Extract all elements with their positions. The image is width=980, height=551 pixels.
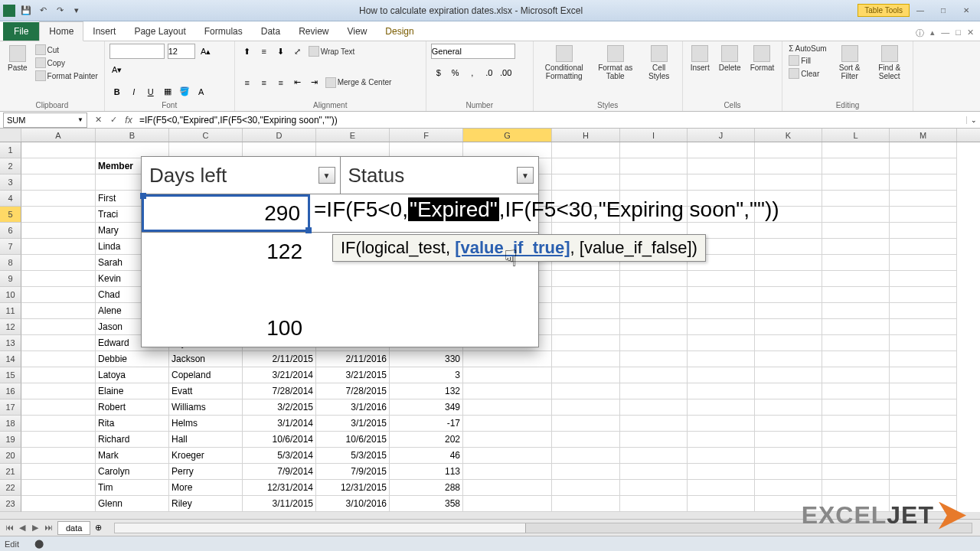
- row-header[interactable]: 2: [0, 158, 21, 174]
- cell[interactable]: [21, 303, 96, 319]
- row-header[interactable]: 12: [0, 319, 21, 335]
- cell[interactable]: [755, 271, 822, 287]
- cell[interactable]: 3/1/2016: [316, 399, 390, 416]
- cell[interactable]: [463, 464, 552, 480]
- cell[interactable]: [755, 142, 822, 158]
- tab-formulas[interactable]: Formulas: [195, 22, 252, 41]
- cell[interactable]: 3/10/2016: [316, 496, 390, 512]
- cell[interactable]: [463, 399, 552, 416]
- cell[interactable]: [688, 464, 755, 480]
- ribbon-help-icon[interactable]: ⓘ: [914, 26, 926, 41]
- macro-record-icon[interactable]: ⬤: [34, 539, 44, 549]
- cell[interactable]: [463, 383, 552, 399]
- cell[interactable]: [688, 158, 755, 174]
- cell[interactable]: [21, 399, 96, 416]
- cell[interactable]: [755, 432, 822, 448]
- cell[interactable]: [755, 383, 822, 399]
- cell[interactable]: Richard: [96, 432, 169, 448]
- cell[interactable]: [620, 416, 688, 432]
- cell[interactable]: [822, 399, 890, 416]
- row-header[interactable]: 21: [0, 464, 21, 480]
- col-header[interactable]: E: [316, 129, 390, 142]
- cell[interactable]: [890, 271, 957, 287]
- select-all-corner[interactable]: [0, 129, 21, 142]
- cell[interactable]: [21, 223, 96, 239]
- sheet-nav-last-icon[interactable]: ⏭: [42, 523, 54, 533]
- cell[interactable]: [890, 399, 957, 416]
- cell[interactable]: Latoya: [96, 367, 169, 383]
- row-header[interactable]: 23: [0, 496, 21, 512]
- decrease-indent-icon[interactable]: ⇤: [290, 75, 305, 90]
- align-left-icon[interactable]: ≡: [240, 75, 255, 90]
- increase-decimal-icon[interactable]: .0: [482, 65, 497, 80]
- cell[interactable]: Evatt: [169, 383, 243, 399]
- cell[interactable]: [688, 416, 755, 432]
- sheet-nav-prev-icon[interactable]: ◀: [16, 523, 28, 533]
- cell[interactable]: 3/1/2014: [243, 416, 316, 432]
- cell[interactable]: -17: [390, 416, 463, 432]
- increase-font-icon[interactable]: A▴: [198, 44, 214, 59]
- row-header[interactable]: 16: [0, 383, 21, 399]
- col-header[interactable]: B: [96, 129, 169, 142]
- cell[interactable]: [822, 271, 890, 287]
- cell[interactable]: [755, 223, 822, 239]
- tab-home[interactable]: Home: [39, 21, 83, 41]
- cell[interactable]: [552, 303, 620, 319]
- tab-design[interactable]: Design: [376, 22, 423, 41]
- cell[interactable]: [822, 367, 890, 383]
- cell[interactable]: [21, 383, 96, 399]
- cell[interactable]: [21, 255, 96, 271]
- cell[interactable]: [552, 367, 620, 383]
- ribbon-minimize-icon[interactable]: ▴: [929, 26, 936, 41]
- cell[interactable]: [890, 191, 957, 207]
- autosum-button[interactable]: ΣAutoSum: [787, 44, 828, 54]
- filter-dropdown-icon[interactable]: ▼: [517, 167, 534, 184]
- minimize-icon[interactable]: —: [910, 4, 931, 18]
- cell[interactable]: [463, 496, 552, 512]
- cell[interactable]: [21, 416, 96, 432]
- cell[interactable]: 7/28/2015: [316, 383, 390, 399]
- align-center-icon[interactable]: ≡: [256, 75, 272, 90]
- cell[interactable]: [21, 464, 96, 480]
- merge-center-button[interactable]: Merge & Center: [324, 75, 394, 90]
- cut-button[interactable]: Cut: [34, 44, 100, 56]
- cell[interactable]: [822, 287, 890, 303]
- file-tab[interactable]: File: [3, 22, 39, 41]
- row-header[interactable]: 15: [0, 367, 21, 383]
- cancel-formula-icon[interactable]: ✕: [90, 112, 106, 128]
- cell[interactable]: [822, 142, 890, 158]
- cell[interactable]: [822, 207, 890, 223]
- delete-cells-button[interactable]: Delete: [716, 44, 744, 73]
- insert-cells-button[interactable]: Insert: [688, 44, 713, 73]
- cell[interactable]: [21, 335, 96, 351]
- cell[interactable]: [552, 496, 620, 512]
- format-painter-button[interactable]: Format Painter: [34, 70, 100, 82]
- cell[interactable]: [890, 464, 957, 480]
- cell[interactable]: 7/9/2015: [316, 464, 390, 480]
- cell[interactable]: [822, 480, 890, 496]
- cell[interactable]: [755, 367, 822, 383]
- cell[interactable]: [21, 319, 96, 335]
- cell[interactable]: [21, 239, 96, 255]
- row-header[interactable]: 3: [0, 174, 21, 191]
- maximize-icon[interactable]: □: [933, 4, 954, 18]
- cell[interactable]: [463, 432, 552, 448]
- number-format-select[interactable]: [431, 44, 515, 59]
- row-header[interactable]: 13: [0, 335, 21, 351]
- cell[interactable]: [463, 416, 552, 432]
- cell[interactable]: [822, 464, 890, 480]
- row-header[interactable]: 4: [0, 191, 21, 207]
- cell[interactable]: [890, 416, 957, 432]
- cell[interactable]: [620, 319, 688, 335]
- col-header[interactable]: G: [463, 129, 552, 142]
- cell[interactable]: [688, 319, 755, 335]
- increase-indent-icon[interactable]: ⇥: [307, 75, 322, 90]
- col-header[interactable]: C: [169, 129, 243, 142]
- cell[interactable]: [890, 142, 957, 158]
- cell[interactable]: [620, 496, 688, 512]
- cell[interactable]: [620, 142, 688, 158]
- cell[interactable]: 7/28/2014: [243, 383, 316, 399]
- cell[interactable]: [822, 158, 890, 174]
- cell[interactable]: [552, 271, 620, 287]
- cell[interactable]: More: [169, 480, 243, 496]
